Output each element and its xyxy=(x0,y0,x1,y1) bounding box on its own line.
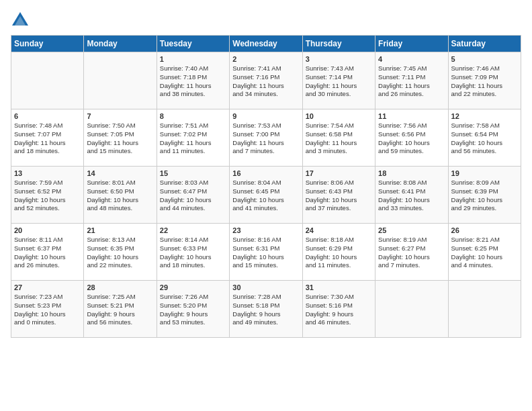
day-info: Sunrise: 7:43 AM Sunset: 7:14 PM Dayligh… xyxy=(306,64,372,99)
day-info: Sunrise: 8:19 AM Sunset: 6:27 PM Dayligh… xyxy=(378,236,445,270)
day-number: 19 xyxy=(451,169,518,177)
weekday-header: Friday xyxy=(375,36,448,52)
calendar-cell: 6Sunrise: 7:48 AM Sunset: 7:07 PM Daylig… xyxy=(11,109,84,167)
day-info: Sunrise: 7:45 AM Sunset: 7:11 PM Dayligh… xyxy=(378,64,445,99)
day-number: 27 xyxy=(14,283,81,291)
calendar-week-row: 1Sunrise: 7:40 AM Sunset: 7:18 PM Daylig… xyxy=(11,52,521,109)
day-number: 13 xyxy=(14,169,81,177)
day-number: 15 xyxy=(160,169,226,177)
day-info: Sunrise: 7:23 AM Sunset: 5:23 PM Dayligh… xyxy=(14,293,81,327)
day-info: Sunrise: 7:56 AM Sunset: 6:56 PM Dayligh… xyxy=(378,122,445,156)
day-info: Sunrise: 7:46 AM Sunset: 7:09 PM Dayligh… xyxy=(451,64,518,99)
day-info: Sunrise: 8:08 AM Sunset: 6:41 PM Dayligh… xyxy=(378,179,445,213)
day-number: 30 xyxy=(232,283,299,291)
day-number: 24 xyxy=(306,226,372,234)
calendar-cell xyxy=(84,52,157,109)
weekday-header: Wednesday xyxy=(230,36,302,52)
calendar-cell: 1Sunrise: 7:40 AM Sunset: 7:18 PM Daylig… xyxy=(157,52,229,109)
day-info: Sunrise: 7:40 AM Sunset: 7:18 PM Dayligh… xyxy=(160,64,226,99)
day-info: Sunrise: 8:18 AM Sunset: 6:29 PM Dayligh… xyxy=(306,236,372,270)
day-number: 26 xyxy=(451,226,518,234)
calendar-cell: 16Sunrise: 8:04 AM Sunset: 6:45 PM Dayli… xyxy=(230,167,302,224)
day-info: Sunrise: 7:30 AM Sunset: 5:16 PM Dayligh… xyxy=(306,293,372,327)
day-number: 21 xyxy=(87,226,153,234)
calendar-header: SundayMondayTuesdayWednesdayThursdayFrid… xyxy=(11,36,521,52)
day-number: 4 xyxy=(378,55,445,63)
day-number: 7 xyxy=(87,112,153,120)
calendar-cell: 27Sunrise: 7:23 AM Sunset: 5:23 PM Dayli… xyxy=(11,281,84,338)
calendar-cell: 4Sunrise: 7:45 AM Sunset: 7:11 PM Daylig… xyxy=(375,52,448,109)
calendar-cell: 13Sunrise: 7:59 AM Sunset: 6:52 PM Dayli… xyxy=(11,167,84,224)
calendar-cell: 2Sunrise: 7:41 AM Sunset: 7:16 PM Daylig… xyxy=(230,52,302,109)
calendar-cell: 17Sunrise: 8:06 AM Sunset: 6:43 PM Dayli… xyxy=(302,167,375,224)
calendar-cell: 23Sunrise: 8:16 AM Sunset: 6:31 PM Dayli… xyxy=(230,224,302,281)
day-info: Sunrise: 7:26 AM Sunset: 5:20 PM Dayligh… xyxy=(160,293,226,327)
calendar-week-row: 6Sunrise: 7:48 AM Sunset: 7:07 PM Daylig… xyxy=(11,109,521,167)
calendar-cell: 9Sunrise: 7:53 AM Sunset: 7:00 PM Daylig… xyxy=(230,109,302,167)
day-number: 23 xyxy=(232,226,299,234)
day-number: 1 xyxy=(160,55,226,63)
day-number: 18 xyxy=(378,169,445,177)
day-info: Sunrise: 8:11 AM Sunset: 6:37 PM Dayligh… xyxy=(14,236,81,270)
day-info: Sunrise: 8:09 AM Sunset: 6:39 PM Dayligh… xyxy=(451,179,518,213)
day-number: 31 xyxy=(306,283,372,291)
calendar-cell: 15Sunrise: 8:03 AM Sunset: 6:47 PM Dayli… xyxy=(157,167,229,224)
day-number: 3 xyxy=(306,55,372,63)
day-info: Sunrise: 7:59 AM Sunset: 6:52 PM Dayligh… xyxy=(14,179,81,213)
calendar-cell xyxy=(375,281,448,338)
day-number: 2 xyxy=(232,55,299,63)
calendar-week-row: 20Sunrise: 8:11 AM Sunset: 6:37 PM Dayli… xyxy=(11,224,521,281)
logo xyxy=(11,11,32,30)
day-info: Sunrise: 7:28 AM Sunset: 5:18 PM Dayligh… xyxy=(232,293,299,327)
day-number: 14 xyxy=(87,169,153,177)
day-info: Sunrise: 7:48 AM Sunset: 7:07 PM Dayligh… xyxy=(14,122,81,156)
day-number: 11 xyxy=(378,112,445,120)
calendar-cell: 10Sunrise: 7:54 AM Sunset: 6:58 PM Dayli… xyxy=(302,109,375,167)
calendar-cell: 25Sunrise: 8:19 AM Sunset: 6:27 PM Dayli… xyxy=(375,224,448,281)
day-info: Sunrise: 7:53 AM Sunset: 7:00 PM Dayligh… xyxy=(232,122,299,156)
calendar-cell: 26Sunrise: 8:21 AM Sunset: 6:25 PM Dayli… xyxy=(448,224,521,281)
calendar-cell xyxy=(448,281,521,338)
day-info: Sunrise: 8:13 AM Sunset: 6:35 PM Dayligh… xyxy=(87,236,153,270)
calendar-cell: 28Sunrise: 7:25 AM Sunset: 5:21 PM Dayli… xyxy=(84,281,157,338)
calendar-week-row: 13Sunrise: 7:59 AM Sunset: 6:52 PM Dayli… xyxy=(11,167,521,224)
day-info: Sunrise: 8:21 AM Sunset: 6:25 PM Dayligh… xyxy=(451,236,518,270)
weekday-header: Saturday xyxy=(448,36,521,52)
weekday-header: Sunday xyxy=(11,36,84,52)
day-number: 20 xyxy=(14,226,81,234)
day-info: Sunrise: 8:03 AM Sunset: 6:47 PM Dayligh… xyxy=(160,179,226,213)
day-info: Sunrise: 8:04 AM Sunset: 6:45 PM Dayligh… xyxy=(232,179,299,213)
calendar-cell: 30Sunrise: 7:28 AM Sunset: 5:18 PM Dayli… xyxy=(230,281,302,338)
day-number: 6 xyxy=(14,112,81,120)
day-info: Sunrise: 7:50 AM Sunset: 7:05 PM Dayligh… xyxy=(87,122,153,156)
day-info: Sunrise: 8:14 AM Sunset: 6:33 PM Dayligh… xyxy=(160,236,226,270)
calendar-body: 1Sunrise: 7:40 AM Sunset: 7:18 PM Daylig… xyxy=(11,52,521,338)
calendar-cell: 18Sunrise: 8:08 AM Sunset: 6:41 PM Dayli… xyxy=(375,167,448,224)
calendar-cell: 12Sunrise: 7:58 AM Sunset: 6:54 PM Dayli… xyxy=(448,109,521,167)
calendar-cell: 14Sunrise: 8:01 AM Sunset: 6:50 PM Dayli… xyxy=(84,167,157,224)
day-info: Sunrise: 7:54 AM Sunset: 6:58 PM Dayligh… xyxy=(306,122,372,156)
calendar-cell: 11Sunrise: 7:56 AM Sunset: 6:56 PM Dayli… xyxy=(375,109,448,167)
day-number: 25 xyxy=(378,226,445,234)
day-number: 17 xyxy=(306,169,372,177)
weekday-header: Monday xyxy=(84,36,157,52)
day-info: Sunrise: 7:41 AM Sunset: 7:16 PM Dayligh… xyxy=(232,64,299,99)
day-number: 28 xyxy=(87,283,153,291)
calendar-cell: 21Sunrise: 8:13 AM Sunset: 6:35 PM Dayli… xyxy=(84,224,157,281)
weekday-header: Thursday xyxy=(302,36,375,52)
day-number: 10 xyxy=(306,112,372,120)
day-number: 5 xyxy=(451,55,518,63)
day-number: 8 xyxy=(160,112,226,120)
day-info: Sunrise: 7:25 AM Sunset: 5:21 PM Dayligh… xyxy=(87,293,153,327)
calendar-cell: 19Sunrise: 8:09 AM Sunset: 6:39 PM Dayli… xyxy=(448,167,521,224)
day-info: Sunrise: 8:16 AM Sunset: 6:31 PM Dayligh… xyxy=(232,236,299,270)
calendar-cell: 3Sunrise: 7:43 AM Sunset: 7:14 PM Daylig… xyxy=(302,52,375,109)
day-info: Sunrise: 7:51 AM Sunset: 7:02 PM Dayligh… xyxy=(160,122,226,156)
day-info: Sunrise: 8:06 AM Sunset: 6:43 PM Dayligh… xyxy=(306,179,372,213)
calendar-cell: 31Sunrise: 7:30 AM Sunset: 5:16 PM Dayli… xyxy=(302,281,375,338)
calendar-table: SundayMondayTuesdayWednesdayThursdayFrid… xyxy=(11,35,521,338)
calendar-cell: 29Sunrise: 7:26 AM Sunset: 5:20 PM Dayli… xyxy=(157,281,229,338)
day-number: 29 xyxy=(160,283,226,291)
calendar-cell: 22Sunrise: 8:14 AM Sunset: 6:33 PM Dayli… xyxy=(157,224,229,281)
calendar-cell: 5Sunrise: 7:46 AM Sunset: 7:09 PM Daylig… xyxy=(448,52,521,109)
